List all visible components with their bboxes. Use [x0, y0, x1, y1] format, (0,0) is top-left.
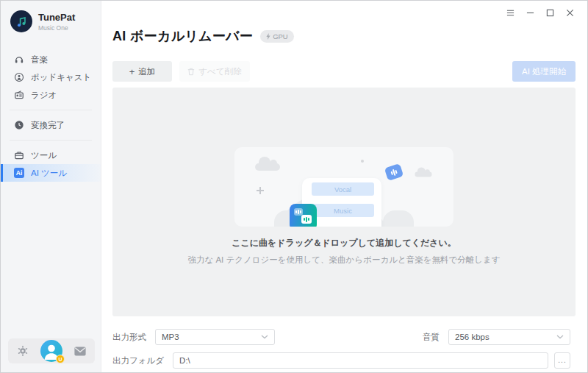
app-logo: TunePat Music One	[1, 1, 101, 32]
add-button[interactable]: + 追加	[112, 61, 172, 82]
cloud-icon	[255, 163, 280, 171]
delete-all-button[interactable]: すべて削除	[179, 61, 250, 82]
dot-decoration	[361, 160, 364, 163]
sidebar-item-converted[interactable]: 変換完了	[1, 116, 101, 134]
waveform-icon	[301, 215, 312, 224]
app-name: TunePat	[38, 12, 75, 23]
sidebar-item-label: ポッドキャスト	[31, 72, 91, 83]
output-folder-label: 出力フォルダ	[112, 355, 164, 366]
output-format-label: 出力形式	[112, 332, 146, 343]
account-status-badge: U	[56, 355, 65, 363]
cloud-icon	[415, 172, 431, 177]
sidebar-divider	[10, 110, 92, 110]
sidebar-item-tools[interactable]: ツール	[1, 146, 101, 164]
toolbox-icon	[14, 150, 24, 160]
trash-icon	[187, 68, 195, 76]
sidebar-item-label: 音楽	[31, 54, 48, 65]
main-panel: AI ボーカルリムーバー GPU + 追加 すべて削除 AI 処理開始	[101, 1, 587, 372]
vocal-track-label: Vocal	[312, 182, 374, 196]
output-format-select[interactable]: MP3	[155, 329, 275, 345]
sidebar-item-music[interactable]: 音楽	[1, 51, 101, 68]
podcast-icon	[14, 72, 24, 82]
music-track-label: Music	[312, 204, 374, 217]
minimize-icon[interactable]	[526, 9, 534, 17]
user-avatar[interactable]: U	[40, 340, 62, 362]
sidebar-bottom-bar: U	[8, 338, 95, 363]
settings-gear-icon[interactable]	[17, 345, 29, 357]
sidebar-item-podcast[interactable]: ポッドキャスト	[1, 68, 101, 86]
chevron-down-icon	[261, 335, 268, 339]
sidebar-item-radio[interactable]: ラジオ	[1, 86, 101, 104]
audio-chip-icon	[384, 163, 404, 181]
page-title: AI ボーカルリムーバー	[112, 27, 253, 45]
sidebar-item-ai-tools[interactable]: Ai AI ツール	[1, 164, 101, 182]
headphones-icon	[14, 54, 24, 65]
plus-decoration	[257, 187, 264, 194]
ai-splitter-icon	[290, 204, 317, 227]
mail-icon[interactable]	[74, 347, 86, 356]
clock-icon	[14, 120, 24, 130]
sidebar-nav: 音楽 ポッドキャスト ラジオ 変換完了 ツール Ai AI ツー	[1, 51, 101, 182]
gpu-badge: GPU	[260, 30, 294, 43]
quality-select[interactable]: 256 kbps	[448, 329, 570, 345]
quality-label: 音質	[423, 332, 440, 343]
toolbar: + 追加 すべて削除 AI 処理開始	[112, 61, 576, 82]
sidebar-item-label: ツール	[31, 150, 57, 161]
ai-process-start-button[interactable]: AI 処理開始	[512, 61, 576, 82]
waveform-icon	[294, 208, 303, 216]
browse-folder-button[interactable]: ...	[554, 352, 570, 369]
menu-icon[interactable]	[506, 9, 514, 17]
dropzone-hint-subtitle: 強力な AI テクノロジーを使用して、楽曲からボーカルと音楽を無料で分離します	[112, 255, 576, 266]
close-icon[interactable]	[566, 9, 574, 17]
lightning-icon	[266, 33, 270, 40]
sidebar-item-label: ラジオ	[31, 90, 57, 101]
illustration-plate: Vocal Music	[234, 147, 453, 227]
headphone-cup-shape	[383, 210, 414, 227]
radio-icon	[14, 90, 24, 100]
window-controls	[506, 9, 574, 17]
drag-drop-zone[interactable]: Vocal Music ここに曲をドラッグ＆ドロップして追加してください。 強力…	[112, 88, 576, 316]
dropzone-hint-title: ここに曲をドラッグ＆ドロップして追加してください。	[112, 237, 576, 249]
sidebar-item-label: 変換完了	[31, 120, 65, 131]
output-folder-input[interactable]	[173, 352, 548, 369]
plus-icon: +	[129, 66, 135, 77]
sidebar-item-label: AI ツール	[31, 168, 67, 179]
app-window: TunePat Music One 音楽 ポッドキャスト ラジオ 変換完了	[0, 0, 588, 373]
ai-tools-icon: Ai	[14, 168, 24, 178]
chevron-down-icon	[556, 335, 564, 339]
tunepat-logo-icon	[10, 10, 32, 32]
app-subtitle: Music One	[38, 24, 75, 32]
sidebar-divider	[10, 140, 92, 141]
sidebar: TunePat Music One 音楽 ポッドキャスト ラジオ 変換完了	[1, 1, 101, 372]
maximize-icon[interactable]	[546, 9, 554, 17]
